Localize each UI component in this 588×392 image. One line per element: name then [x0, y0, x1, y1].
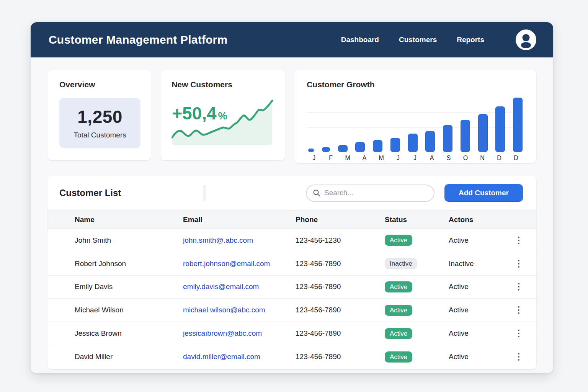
customer-growth-card: Customer Growth JFMAMJJASONDD — [294, 70, 536, 163]
customer-list-card: Customer List Add Customer NameEmailPhon… — [47, 176, 536, 369]
status-badge: Active — [385, 235, 412, 246]
month-label: M — [376, 155, 386, 162]
customer-phone: 123-456-1230 — [296, 236, 385, 245]
main-nav: Dashboard Customers Reports — [341, 36, 484, 44]
customer-list-header: Customer List Add Customer — [47, 176, 536, 210]
customer-email-link[interactable]: jessicaıbrown@abc.com — [183, 329, 262, 337]
customer-email: jessicaıbrown@abc.com — [183, 329, 296, 338]
growth-bar — [461, 120, 470, 152]
customer-phone: 123-456-7890 — [296, 283, 385, 291]
app-window: Customer Management Platform Dashboard C… — [31, 22, 553, 373]
nav-customers[interactable]: Customers — [399, 36, 437, 44]
customer-status: Active — [385, 351, 449, 363]
status-badge: Active — [385, 351, 412, 363]
growth-bar-chart — [307, 91, 524, 152]
month-label: D — [494, 155, 504, 162]
table-row: David Miller david.miller@email.com 123-… — [47, 345, 536, 369]
customer-name: Robert Johnson — [75, 260, 183, 268]
customer-email-link[interactable]: michael.wilson@abc.com — [183, 306, 265, 314]
table-row: John Smith john.smith@.abc.com 123-456-1… — [47, 229, 536, 252]
status-badge: Active — [385, 281, 412, 292]
status-badge: Active — [385, 305, 412, 316]
growth-bar — [322, 147, 330, 152]
add-customer-button[interactable]: Add Customer — [444, 184, 523, 202]
total-customers-value: 1,250 — [77, 106, 122, 127]
customer-phone: 123-456-7890 — [296, 329, 385, 338]
growth-bar — [338, 145, 348, 152]
overview-card: Overview 1,250 Total Customers — [47, 70, 151, 160]
kebab-menu-icon[interactable] — [511, 351, 526, 363]
customer-list-title: Customer List — [59, 188, 121, 198]
growth-bar — [308, 149, 314, 152]
status-badge: Inactive — [385, 258, 417, 269]
column-header: Name — [75, 216, 183, 224]
customer-phone: 123-456-7890 — [296, 260, 385, 268]
customer-email: emily.davis@email.com — [183, 283, 296, 291]
month-axis-labels: JFMAMJJASONDD — [307, 155, 524, 162]
growth-bar — [390, 138, 400, 152]
customer-phone: 123-456-7890 — [296, 306, 385, 314]
customer-phone: 123-456-7890 — [296, 353, 385, 361]
dashboard-content: Overview 1,250 Total Customers New Custo… — [31, 57, 553, 369]
overview-card-title: Overview — [59, 80, 140, 89]
search-box[interactable] — [306, 185, 434, 202]
percent-sign: % — [218, 110, 227, 122]
customer-email-link[interactable]: emily.davis@email.com — [183, 283, 259, 291]
new-customers-card-title: New Customers — [172, 80, 274, 89]
month-label: M — [343, 155, 353, 162]
kebab-menu-icon[interactable] — [511, 258, 526, 270]
action-text: Active — [449, 283, 511, 291]
table-header-row: NameEmailPhoneStatusActons — [47, 210, 536, 229]
month-label: F — [326, 155, 336, 162]
user-avatar-icon[interactable] — [516, 29, 536, 50]
customer-email: michael.wilson@abc.com — [183, 306, 296, 314]
action-text: Active — [449, 329, 511, 338]
new-customers-card: New Customers +50,4% — [160, 70, 285, 160]
growth-bar — [478, 114, 488, 152]
customer-email-link[interactable]: robert.johnson@email.com — [183, 260, 270, 268]
app-header: Customer Management Platform Dashboard C… — [31, 22, 553, 57]
customer-name: John Smith — [75, 236, 183, 245]
action-text: Inactive — [449, 260, 511, 268]
action-text: Active — [449, 306, 511, 314]
nav-dashboard[interactable]: Dashboard — [341, 36, 379, 44]
growth-bar — [513, 98, 523, 152]
growth-bars — [308, 91, 523, 152]
total-customers-stat: 1,250 Total Customers — [59, 98, 140, 148]
customer-name: Michael Wilson — [75, 306, 183, 314]
new-customers-sparkline: +50,4% — [172, 93, 274, 147]
month-label: N — [477, 155, 487, 162]
kebab-menu-icon[interactable] — [511, 234, 526, 247]
kebab-menu-icon[interactable] — [511, 327, 526, 340]
action-text: Active — [449, 353, 511, 361]
growth-bar — [355, 142, 365, 152]
kebab-menu-icon[interactable] — [511, 304, 526, 316]
app-title: Customer Management Platform — [49, 33, 341, 46]
table-row: Robert Johnson robert.johnson@email.com … — [47, 252, 536, 276]
customer-name: David Miller — [75, 353, 183, 361]
customer-email: david.miller@email.com — [183, 353, 296, 361]
month-label: J — [410, 155, 420, 162]
customer-email-link[interactable]: john.smith@.abc.com — [183, 236, 253, 244]
column-header: Actons — [449, 216, 511, 224]
nav-reports[interactable]: Reports — [457, 36, 484, 44]
table-row: Michael Wilson michael.wilson@abc.com 12… — [47, 299, 536, 322]
status-badge: Active — [385, 328, 412, 339]
column-header: Status — [385, 216, 449, 224]
customer-name: Emily Davis — [75, 283, 183, 291]
search-input[interactable] — [324, 189, 428, 197]
customer-email-link[interactable]: david.miller@email.com — [183, 353, 260, 361]
customer-status: Inactive — [385, 258, 449, 269]
growth-bar — [495, 106, 505, 152]
month-label: O — [461, 155, 470, 162]
month-label: S — [444, 155, 454, 162]
month-label: A — [427, 155, 437, 162]
growth-bar — [425, 131, 435, 152]
action-text: Active — [449, 236, 511, 245]
total-customers-label: Total Customers — [74, 131, 126, 139]
month-label: A — [359, 155, 369, 162]
month-label: J — [309, 155, 319, 162]
month-label: J — [393, 155, 403, 162]
kebab-menu-icon[interactable] — [511, 281, 526, 293]
growth-percentage: +50,4% — [172, 103, 227, 124]
